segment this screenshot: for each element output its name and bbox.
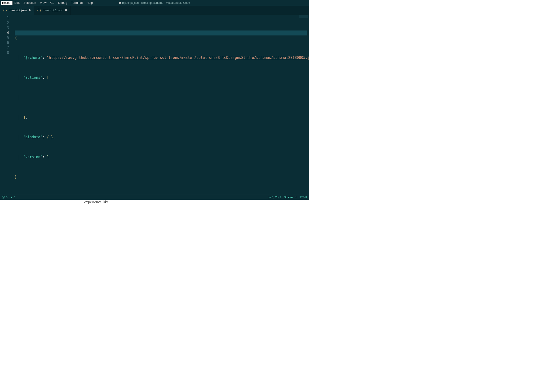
menu-help[interactable]: Help bbox=[85, 0, 95, 6]
menu-view[interactable]: View bbox=[38, 0, 49, 6]
tab-dirty-icon bbox=[29, 9, 30, 11]
error-icon: ⓧ bbox=[2, 195, 5, 200]
minimap[interactable] bbox=[299, 15, 308, 18]
dirty-indicator-icon bbox=[119, 2, 121, 4]
status-right: Ln 4, Col 8 Spaces: 4 UTF-8 bbox=[268, 196, 307, 199]
code-area[interactable]: { "$schema": "https://raw.githubusercont… bbox=[15, 15, 309, 195]
editor[interactable]: 1 2 3 4 5 6 7 8 { "$schema": "https://ra… bbox=[0, 15, 309, 195]
line-number: 1 bbox=[0, 16, 9, 21]
menu-selection[interactable]: Selection bbox=[22, 0, 38, 6]
vscode-window: Restart Edit Selection View Go Debug Ter… bbox=[0, 0, 309, 200]
line-number: 3 bbox=[0, 26, 9, 30]
warning-icon: ▲ bbox=[10, 196, 13, 199]
tab-myscript-1-json[interactable]: { } myscript.1.json bbox=[34, 6, 71, 15]
status-errors[interactable]: ⓧ 0 bbox=[2, 195, 7, 200]
json-file-icon: { } bbox=[3, 8, 7, 12]
line-number: 5 bbox=[0, 35, 9, 40]
line-number-gutter: 1 2 3 4 5 6 7 8 bbox=[0, 15, 15, 195]
leaked-page-text: experience like bbox=[84, 200, 109, 204]
window-title-text: myscript.json - sitescript-schema - Visu… bbox=[122, 1, 190, 5]
code-line: "$schema": "https://raw.githubuserconten… bbox=[15, 55, 309, 60]
tab-label: myscript.json bbox=[9, 8, 27, 12]
status-spaces[interactable]: Spaces: 4 bbox=[284, 196, 296, 199]
tab-label: myscript.1.json bbox=[43, 8, 63, 12]
line-number: 6 bbox=[0, 40, 9, 45]
warning-count: 5 bbox=[14, 196, 16, 199]
code-line bbox=[15, 95, 309, 100]
statusbar: ⓧ 0 ▲ 5 Ln 4, Col 8 Spaces: 4 UTF-8 bbox=[0, 195, 309, 200]
menu-terminal[interactable]: Terminal bbox=[69, 0, 85, 6]
menubar: Restart Edit Selection View Go Debug Ter… bbox=[0, 0, 309, 6]
menu-debug[interactable]: Debug bbox=[56, 0, 69, 6]
code-line: } bbox=[15, 175, 309, 179]
line-number: 4 bbox=[0, 30, 9, 35]
line-number: 8 bbox=[0, 50, 9, 55]
tabbar: { } myscript.json { } myscript.1.json bbox=[0, 6, 309, 15]
menu-edit[interactable]: Edit bbox=[13, 0, 22, 6]
status-warnings[interactable]: ▲ 5 bbox=[10, 196, 16, 199]
status-ln-col[interactable]: Ln 4, Col 8 bbox=[268, 196, 282, 199]
status-encoding[interactable]: UTF-8 bbox=[299, 196, 307, 199]
menu-go[interactable]: Go bbox=[49, 0, 56, 6]
status-left: ⓧ 0 ▲ 5 bbox=[2, 195, 15, 200]
tab-dirty-icon bbox=[65, 9, 67, 11]
code-line: "actions": [ bbox=[15, 75, 309, 80]
code-line: ], bbox=[15, 115, 309, 120]
tab-myscript-json[interactable]: { } myscript.json bbox=[0, 6, 34, 15]
restart-button[interactable]: Restart bbox=[1, 1, 13, 5]
code-line: "bindata": { }, bbox=[15, 135, 309, 140]
code-line: { bbox=[15, 35, 309, 40]
line-number: 2 bbox=[0, 21, 9, 26]
error-count: 0 bbox=[6, 196, 7, 199]
json-file-icon: { } bbox=[37, 8, 41, 12]
window-title: myscript.json - sitescript-schema - Visu… bbox=[119, 1, 190, 5]
code-line: "version": 1 bbox=[15, 155, 309, 160]
current-line-highlight bbox=[15, 30, 307, 35]
line-number: 7 bbox=[0, 45, 9, 50]
